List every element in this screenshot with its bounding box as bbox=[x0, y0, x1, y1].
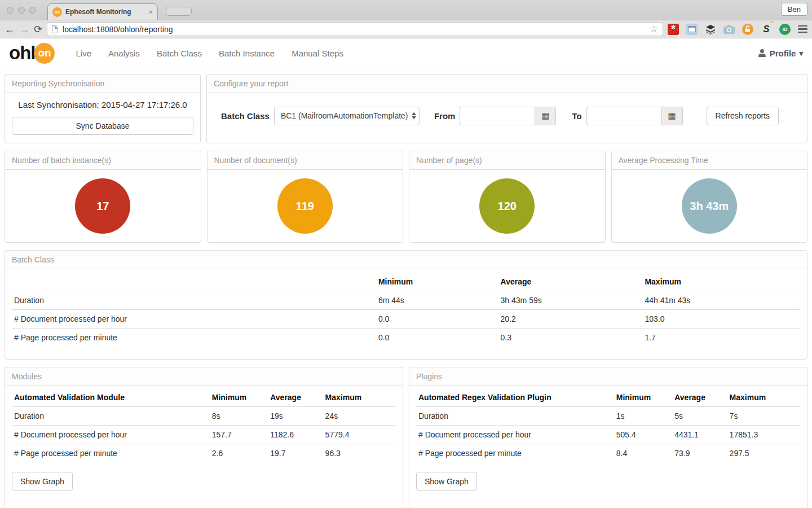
col-average: Average bbox=[498, 273, 643, 291]
col-maximum: Maximum bbox=[642, 273, 800, 291]
stat-card-avg-processing-time: Average Processing Time 3h 43m bbox=[611, 151, 808, 243]
zoom-window-icon[interactable] bbox=[29, 7, 36, 14]
from-label: From bbox=[434, 111, 456, 121]
chevron-down-icon: ▾ bbox=[799, 49, 803, 58]
bookmark-star-icon[interactable]: ☆ bbox=[650, 23, 658, 35]
window-extension-icon[interactable] bbox=[686, 24, 698, 35]
stat-card-batch-instances: Number of batch instance(s) 17 bbox=[5, 151, 201, 243]
col-average: Average bbox=[672, 388, 727, 407]
from-calendar-icon[interactable]: ▦ bbox=[535, 107, 556, 125]
logo-text: ohl bbox=[9, 42, 35, 64]
nav-links: Live Analysis Batch Class Batch Instance… bbox=[67, 43, 351, 64]
browser-menu-icon[interactable] bbox=[798, 25, 807, 33]
profile-label: Profile bbox=[770, 49, 796, 58]
col-minimum: Minimum bbox=[210, 504, 268, 508]
browser-tab-strip: on Ephesoft Monitoring × Ben bbox=[0, 0, 812, 20]
profile-menu[interactable]: Profile ▾ bbox=[758, 49, 803, 58]
show-graph-button[interactable]: Show Graph bbox=[416, 472, 477, 491]
table-row: # Document processed per hour505.4 4431.… bbox=[416, 426, 800, 444]
table-row: Duration6m 44s 3h 43m 59s44h 41m 43s bbox=[12, 291, 800, 310]
forward-icon[interactable]: → bbox=[19, 24, 29, 34]
col-average: Average bbox=[268, 504, 323, 508]
stat-card-title: Number of document(s) bbox=[208, 151, 403, 170]
browser-toolbar: ← → ⟳ localhost:18080/ohlon/reporting ☆ … bbox=[0, 20, 812, 38]
col-minimum: Minimum bbox=[614, 504, 673, 508]
panel-title: Configure your report bbox=[207, 75, 807, 93]
stat-card-title: Number of page(s) bbox=[409, 151, 605, 170]
panel-title: Modules bbox=[5, 367, 403, 386]
panel-title: Batch Class bbox=[5, 251, 807, 269]
back-icon[interactable]: ← bbox=[5, 24, 15, 34]
ohlon-logo[interactable]: ohl on bbox=[9, 42, 55, 64]
stat-circle: 119 bbox=[277, 178, 333, 234]
panel-title: Reporting Synchronisation bbox=[5, 75, 200, 93]
stat-circle: 3h 43m bbox=[682, 178, 737, 234]
s-extension-icon[interactable]: S bbox=[761, 24, 772, 35]
panel-title: Plugins bbox=[409, 367, 807, 386]
col-average: Average bbox=[672, 504, 727, 508]
stat-card-title: Number of batch instance(s) bbox=[5, 151, 201, 170]
show-graph-button[interactable]: Show Graph bbox=[12, 472, 73, 491]
table-row: Duration1s 5s7s bbox=[416, 407, 800, 426]
col-minimum: Minimum bbox=[210, 388, 268, 407]
document-assembly-module-table: Document Assembly Module Minimum Average… bbox=[12, 504, 396, 508]
col-minimum: Minimum bbox=[376, 273, 498, 291]
nav-item-batch-instance[interactable]: Batch Instance bbox=[210, 43, 283, 64]
table-row: # Document processed per hour0.0 20.2103… bbox=[12, 310, 800, 329]
batch-class-panel: Batch Class Minimum Average Maximum Dura… bbox=[5, 250, 807, 360]
close-tab-icon[interactable]: × bbox=[148, 8, 153, 16]
col-maximum: Maximum bbox=[727, 504, 800, 508]
select-arrows-icon bbox=[412, 110, 416, 121]
lock-extension-icon[interactable] bbox=[742, 24, 753, 35]
table-row: Duration8s 19s24s bbox=[12, 407, 396, 426]
extension-icons: * 4 S ID bbox=[668, 24, 807, 35]
col-minimum: Minimum bbox=[614, 388, 673, 407]
to-date-input[interactable] bbox=[586, 107, 661, 125]
page: ohl on Live Analysis Batch Class Batch I… bbox=[0, 38, 812, 508]
new-tab-button[interactable] bbox=[166, 7, 192, 16]
user-icon bbox=[758, 49, 766, 57]
batch-class-label: Batch Class bbox=[221, 111, 270, 121]
browser-tab[interactable]: on Ephesoft Monitoring × bbox=[47, 3, 158, 20]
nav-item-manual-steps[interactable]: Manual Steps bbox=[283, 43, 352, 64]
tab-title: Ephesoft Monitoring bbox=[65, 8, 145, 16]
stat-card-documents: Number of document(s) 119 bbox=[207, 151, 404, 243]
ohlon-favicon: on bbox=[52, 7, 62, 17]
plugins-panel: Plugins Automated Regex Validation Plugi… bbox=[409, 367, 807, 508]
address-bar[interactable]: localhost:18080/ohlon/reporting ☆ bbox=[47, 22, 663, 36]
stat-circle: 17 bbox=[75, 178, 130, 234]
url-text[interactable]: localhost:18080/ohlon/reporting bbox=[63, 25, 645, 34]
stat-card-title: Average Processing Time bbox=[612, 151, 807, 170]
page-icon bbox=[52, 25, 58, 33]
close-window-icon[interactable] bbox=[7, 7, 14, 14]
batch-class-table: Minimum Average Maximum Duration6m 44s 3… bbox=[12, 273, 800, 347]
reporting-sync-panel: Reporting Synchronisation Last Synchroni… bbox=[5, 74, 201, 143]
camera-extension-icon[interactable] bbox=[723, 24, 735, 35]
to-calendar-icon[interactable]: ▦ bbox=[661, 107, 683, 125]
automated-regex-validation-plugin-table: Automated Regex Validation Plugin Minimu… bbox=[416, 388, 800, 462]
col-maximum: Maximum bbox=[323, 388, 396, 407]
from-date-input[interactable] bbox=[460, 107, 535, 125]
nav-item-live[interactable]: Live bbox=[67, 43, 100, 64]
sync-database-button[interactable]: Sync Database bbox=[12, 117, 193, 135]
reload-icon[interactable]: ⟳ bbox=[34, 24, 42, 34]
window-controls[interactable] bbox=[7, 7, 36, 14]
refresh-reports-button[interactable]: Refresh reports bbox=[707, 107, 779, 125]
stat-circle: 120 bbox=[479, 178, 535, 234]
id-extension-icon[interactable]: ID bbox=[779, 24, 791, 35]
browser-profile-button[interactable]: Ben bbox=[781, 3, 807, 16]
app-navbar: ohl on Live Analysis Batch Class Batch I… bbox=[0, 38, 812, 68]
batch-class-select[interactable]: BC1 (MailroomAutomationTemplate) bbox=[274, 107, 420, 125]
last-sync-text: Last Synchronisation: 2015-04-27 17:17:2… bbox=[12, 100, 193, 110]
minimize-window-icon[interactable] bbox=[18, 7, 25, 14]
lastpass-extension-icon[interactable]: * 4 bbox=[668, 24, 679, 35]
content: Reporting Synchronisation Last Synchroni… bbox=[0, 68, 812, 508]
modules-panel: Modules Automated Validation Module Mini… bbox=[5, 367, 403, 508]
layers-extension-icon[interactable] bbox=[705, 24, 716, 35]
nav-item-batch-class[interactable]: Batch Class bbox=[148, 43, 210, 64]
table-row: # Page processed per minute8.4 73.9297.5 bbox=[416, 444, 800, 463]
col-average: Average bbox=[268, 388, 323, 407]
table-row: # Page processed per minute2.6 19.796.3 bbox=[12, 444, 396, 463]
col-maximum: Maximum bbox=[323, 504, 396, 508]
nav-item-analysis[interactable]: Analysis bbox=[100, 43, 148, 64]
